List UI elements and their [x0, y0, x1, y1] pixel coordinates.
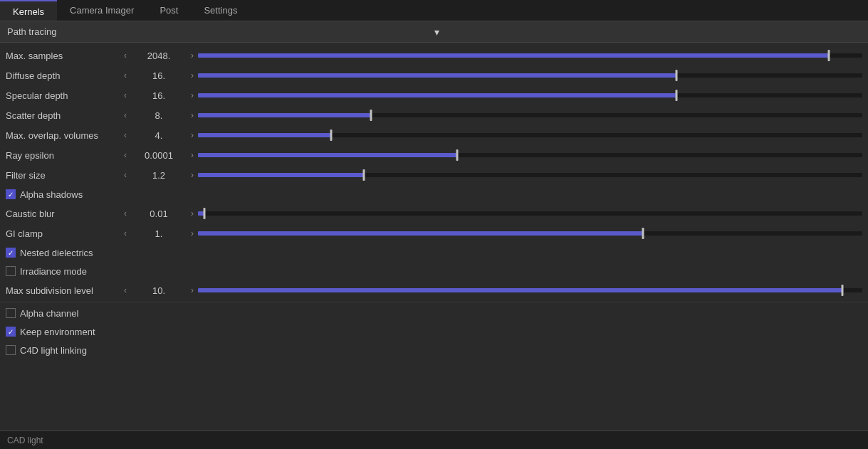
settings-area: Max. samples‹2048.›Diffuse depth‹16.›Spe…	[0, 43, 868, 362]
increment-button[interactable]: ›	[187, 69, 198, 82]
checkbox-row[interactable]: Irradiance mode	[0, 262, 868, 280]
decrement-button[interactable]: ‹	[120, 227, 131, 240]
increment-button[interactable]: ›	[187, 109, 198, 122]
slider[interactable]	[198, 211, 862, 216]
checkbox-row[interactable]: Alpha channel	[0, 304, 868, 322]
checkbox[interactable]	[6, 266, 16, 276]
increment-button[interactable]: ›	[187, 227, 198, 240]
setting-row-scatter-depth: Scatter depth‹8.›	[0, 105, 868, 125]
kernel-dropdown[interactable]: Path tracing ▾	[0, 21, 868, 43]
setting-row-gi-clamp: GI clamp‹1.›	[0, 223, 868, 243]
setting-row-max-subdivision-level: Max subdivision level‹10.›	[0, 280, 868, 300]
slider[interactable]	[198, 53, 862, 58]
increment-button[interactable]: ›	[187, 89, 198, 102]
decrement-button[interactable]: ‹	[120, 169, 131, 181]
setting-row-diffuse-depth: Diffuse depth‹16.›	[0, 65, 868, 85]
decrement-button[interactable]: ‹	[120, 89, 131, 102]
dropdown-arrow-icon: ▾	[434, 26, 862, 38]
decrement-button[interactable]: ‹	[120, 129, 131, 142]
tab-post[interactable]: Post	[147, 0, 191, 21]
tab-kernels[interactable]: Kernels	[0, 0, 57, 21]
decrement-button[interactable]: ‹	[120, 49, 131, 62]
decrement-button[interactable]: ‹	[120, 284, 131, 297]
checkbox-row[interactable]: Keep environment	[0, 322, 868, 341]
status-bar: CAD light	[0, 430, 868, 449]
increment-button[interactable]: ›	[187, 129, 198, 142]
slider[interactable]	[198, 133, 862, 137]
increment-button[interactable]: ›	[187, 149, 198, 162]
tab-camera-imager[interactable]: Camera Imager	[57, 0, 147, 21]
slider[interactable]	[198, 173, 862, 177]
tab-settings[interactable]: Settings	[191, 0, 250, 21]
checkbox-row[interactable]: Nested dielectrics	[0, 243, 868, 262]
slider[interactable]	[198, 231, 862, 236]
increment-button[interactable]: ›	[187, 207, 198, 220]
setting-row-ray-epsilon: Ray epsilon‹0.0001›	[0, 145, 868, 165]
checkbox[interactable]	[6, 308, 16, 318]
slider[interactable]	[198, 73, 862, 78]
setting-row-max--samples: Max. samples‹2048.›	[0, 46, 868, 65]
slider[interactable]	[198, 93, 862, 97]
checkbox[interactable]	[6, 345, 16, 355]
decrement-button[interactable]: ‹	[120, 149, 131, 162]
increment-button[interactable]: ›	[187, 49, 198, 62]
increment-button[interactable]: ›	[187, 169, 198, 181]
checkbox-row[interactable]: Alpha shadows	[0, 185, 868, 204]
slider[interactable]	[198, 153, 862, 157]
setting-row-caustic-blur: Caustic blur‹0.01›	[0, 204, 868, 223]
slider[interactable]	[198, 113, 862, 117]
increment-button[interactable]: ›	[187, 284, 198, 297]
setting-row-max--overlap--volumes: Max. overlap. volumes‹4.›	[0, 125, 868, 145]
checkbox[interactable]	[6, 327, 16, 337]
checkbox[interactable]	[6, 248, 16, 258]
slider[interactable]	[198, 288, 862, 292]
setting-row-filter-size: Filter size‹1.2›	[0, 165, 868, 185]
decrement-button[interactable]: ‹	[120, 69, 131, 82]
checkbox-row[interactable]: C4D light linking	[0, 341, 868, 359]
checkbox[interactable]	[6, 189, 16, 199]
decrement-button[interactable]: ‹	[120, 207, 131, 220]
tab-bar: Kernels Camera Imager Post Settings	[0, 0, 868, 21]
setting-row-specular-depth: Specular depth‹16.›	[0, 85, 868, 105]
decrement-button[interactable]: ‹	[120, 109, 131, 122]
